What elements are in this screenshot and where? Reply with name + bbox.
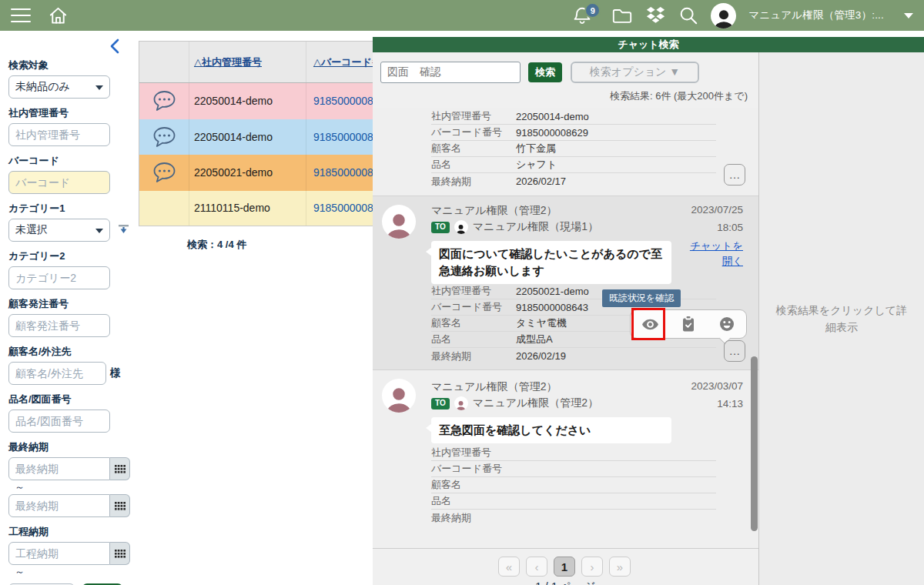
chat-result-item[interactable]: 社内管理番号22050014-demo バーコード番号9185000008629… bbox=[373, 108, 758, 196]
customer-name-input[interactable] bbox=[8, 362, 106, 385]
field-due: 2026/02/19 bbox=[516, 350, 566, 362]
table-row[interactable]: 22050021-demo 918500000864 bbox=[139, 155, 373, 191]
message-time: 14:13 bbox=[717, 398, 743, 410]
more-actions-button[interactable]: … bbox=[724, 340, 745, 362]
notification-count-badge: 9 bbox=[584, 2, 601, 18]
chat-search-button[interactable]: 検索 bbox=[528, 62, 562, 82]
field-item: シャフト bbox=[516, 158, 557, 172]
process-due-from-input[interactable] bbox=[8, 542, 110, 565]
user-avatar[interactable] bbox=[711, 3, 736, 28]
final-due-label: 最終納期 bbox=[8, 440, 130, 454]
chat-search-title: チャット検索 bbox=[373, 37, 924, 52]
calendar-icon[interactable] bbox=[110, 494, 130, 517]
chat-result-list: 社内管理番号22050014-demo バーコード番号9185000008629… bbox=[373, 108, 758, 533]
category1-select[interactable]: 未選択 bbox=[8, 219, 110, 242]
expand-categories-icon[interactable] bbox=[118, 222, 129, 238]
chat-result-count: 検索結果: 6件 (最大200件まで) bbox=[610, 89, 748, 103]
chat-bubble-icon[interactable] bbox=[152, 161, 177, 184]
barcode-input[interactable] bbox=[8, 171, 110, 194]
field-internal-no: 22050014-demo bbox=[516, 111, 589, 122]
current-page-button[interactable]: 1 bbox=[554, 557, 575, 577]
search-icon[interactable] bbox=[678, 5, 698, 25]
menu-icon[interactable] bbox=[11, 8, 31, 22]
calendar-icon[interactable] bbox=[110, 542, 130, 565]
recipient-person-icon bbox=[454, 396, 468, 410]
table-row[interactable]: 22050014-demo 918500000863 bbox=[139, 119, 373, 155]
message-date: 2023/07/25 bbox=[691, 204, 743, 216]
internal-no-cell: 22050021-demo bbox=[194, 166, 273, 179]
results-scrollbar[interactable] bbox=[751, 356, 758, 531]
detail-placeholder-text: 検索結果をクリックして詳細表示 bbox=[775, 302, 909, 336]
table-row[interactable]: 21110115-demo 918500000861 bbox=[139, 191, 373, 227]
chat-message-bubble: 図面について確認したいことがあるので至急連絡お願いします bbox=[431, 241, 671, 284]
chat-column-header bbox=[139, 42, 189, 82]
item-name-label: 品名/図面番号 bbox=[8, 393, 130, 406]
internal-no-input[interactable] bbox=[8, 123, 110, 146]
copy-clipboard-icon[interactable] bbox=[669, 310, 708, 338]
detail-panel: 検索結果をクリックして詳細表示 bbox=[758, 52, 924, 585]
search-options-button[interactable]: 検索オプション ▼ bbox=[571, 62, 699, 83]
chat-search-input[interactable] bbox=[380, 62, 521, 83]
home-icon[interactable] bbox=[48, 5, 69, 25]
barcode-cell[interactable]: 918500000863 bbox=[313, 131, 373, 143]
internal-no-cell: 22050014-demo bbox=[194, 95, 273, 107]
chat-bubble-icon[interactable] bbox=[152, 89, 177, 112]
field-barcode: 9185000008629 bbox=[516, 127, 588, 139]
search-target-label: 検索対象 bbox=[8, 58, 130, 72]
chat-bubble-icon[interactable] bbox=[152, 125, 177, 149]
chat-result-item[interactable]: マニュアル権限（管理2） TO マニュアル権限（管理2） 2023/03/07 … bbox=[373, 370, 758, 533]
internal-no-cell: 21110115-demo bbox=[194, 202, 270, 214]
sidebar-collapse-icon[interactable] bbox=[109, 38, 120, 57]
search-target-select[interactable]: 未納品のみ bbox=[8, 75, 110, 99]
read-status-tooltip: 既読状況を確認 bbox=[602, 289, 681, 307]
chat-message-bubble: 至急図面を確認してください bbox=[431, 417, 671, 443]
read-status-eye-icon[interactable] bbox=[631, 310, 669, 338]
barcode-cell[interactable]: 918500000861 bbox=[313, 202, 373, 214]
chevron-down-icon bbox=[95, 229, 103, 233]
sort-internal-no-header[interactable]: △社内管理番号 bbox=[189, 42, 306, 82]
sender-name: マニュアル権限（管理2） bbox=[431, 204, 557, 218]
chat-result-item[interactable]: マニュアル権限（管理2） TO マニュアル権限（現場1） 2023/07/25 … bbox=[373, 196, 758, 370]
to-badge: TO bbox=[431, 222, 450, 233]
category2-label: カテゴリー2 bbox=[8, 249, 130, 263]
first-page-button[interactable]: « bbox=[498, 557, 520, 577]
barcode-cell[interactable]: 918500000862 bbox=[313, 95, 373, 107]
barcode-cell[interactable]: 918500000864 bbox=[313, 166, 373, 179]
results-table: △社内管理番号 △バーコード番 22050014-demo 9185000008… bbox=[139, 41, 373, 226]
field-barcode: 9185000008643 bbox=[516, 302, 588, 313]
sort-barcode-header[interactable]: △バーコード番 bbox=[306, 42, 373, 82]
sender-avatar bbox=[382, 205, 416, 239]
item-name-input[interactable] bbox=[8, 410, 110, 433]
message-actions-popover bbox=[630, 309, 747, 339]
final-due-to-input[interactable] bbox=[8, 494, 110, 517]
folder-icon[interactable] bbox=[611, 6, 633, 25]
open-chat-link[interactable]: チャットを開く bbox=[681, 239, 743, 269]
final-due-from-input[interactable] bbox=[8, 457, 110, 480]
next-page-button[interactable]: › bbox=[581, 557, 603, 577]
prev-page-button[interactable]: ‹ bbox=[526, 557, 547, 577]
message-time: 18:05 bbox=[717, 222, 743, 233]
user-menu-caret-icon[interactable] bbox=[904, 13, 913, 18]
customer-honorific-label: 様 bbox=[110, 366, 121, 380]
user-name-label: マニュアル権限（管理3）:... bbox=[748, 8, 884, 22]
field-customer: 竹下金属 bbox=[516, 142, 556, 155]
table-header-row: △社内管理番号 △バーコード番 bbox=[139, 42, 373, 83]
calendar-icon[interactable] bbox=[110, 457, 130, 480]
field-item: 成型品A bbox=[516, 333, 553, 346]
category1-label: カテゴリー1 bbox=[8, 202, 130, 216]
notifications-bell-icon[interactable]: 9 bbox=[573, 5, 591, 25]
last-page-button[interactable]: » bbox=[609, 557, 631, 577]
field-due: 2026/02/17 bbox=[516, 176, 566, 187]
more-actions-button[interactable]: … bbox=[724, 164, 745, 186]
table-row[interactable]: 22050014-demo 918500000862 bbox=[139, 83, 373, 119]
chat-search-bar: 検索 検索オプション ▼ 検索結果: 6件 (最大200件まで) bbox=[373, 52, 758, 108]
category2-input[interactable] bbox=[8, 266, 110, 289]
chevron-down-icon bbox=[95, 85, 103, 90]
recipient-person-icon bbox=[454, 220, 468, 234]
pagination-bar: « ‹ 1 › » 1 / 1 ページ bbox=[373, 548, 758, 585]
field-customer: タミヤ電機 bbox=[516, 316, 567, 330]
table-result-count: 検索：4 /4 件 bbox=[187, 238, 246, 252]
dropbox-icon[interactable] bbox=[645, 6, 666, 25]
message-date: 2023/03/07 bbox=[691, 380, 743, 392]
customer-order-no-input[interactable] bbox=[8, 314, 110, 337]
